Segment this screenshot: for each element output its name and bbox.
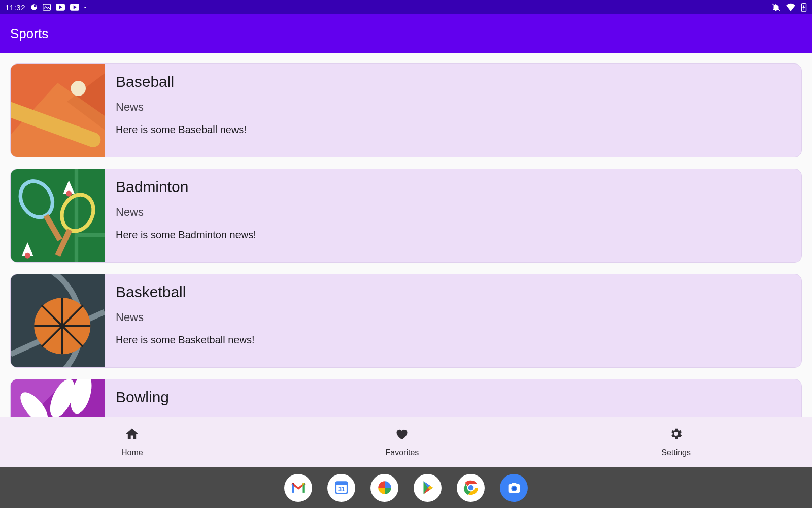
nav-label: Favorites [386, 448, 419, 457]
battery-charging-icon [801, 3, 807, 12]
card-subtitle: News [116, 101, 247, 114]
system-dock: 31 [0, 467, 812, 508]
youtube-icon [70, 4, 79, 11]
nav-settings[interactable]: Settings [661, 427, 691, 457]
nav-home[interactable]: Home [121, 427, 143, 457]
home-icon [125, 427, 139, 443]
card-subtitle: News [116, 206, 256, 219]
nav-favorites[interactable]: Favorites [386, 427, 419, 457]
card-body: Badminton News Here is some Badminton ne… [105, 169, 267, 262]
svg-point-53 [512, 487, 516, 490]
svg-point-13 [71, 81, 86, 96]
status-bar: 11:32 • [0, 0, 812, 14]
nav-label: Settings [661, 448, 691, 457]
card-body: Baseball News Here is some Baseball news… [105, 64, 258, 157]
bottom-nav: Home Favorites Settings [0, 417, 812, 467]
svg-rect-41 [335, 482, 347, 485]
badminton-image [11, 169, 105, 263]
dock-play-store[interactable] [414, 474, 442, 502]
card-title: Badminton [116, 178, 256, 196]
card-title: Baseball [116, 73, 247, 90]
gear-icon [669, 427, 683, 443]
status-left: 11:32 • [5, 3, 86, 12]
status-right [771, 3, 807, 12]
svg-point-24 [66, 191, 72, 197]
card-body: Basketball News Here is some Basketball … [105, 274, 265, 367]
dock-gmail[interactable] [284, 474, 312, 502]
card-text: Here is some Badminton news! [116, 229, 256, 241]
dock-calendar[interactable]: 31 [327, 474, 355, 502]
svg-rect-51 [512, 483, 516, 485]
youtube-icon [56, 4, 65, 11]
nav-label: Home [121, 448, 143, 457]
svg-point-22 [25, 253, 30, 259]
svg-marker-8 [802, 5, 805, 10]
svg-text:31: 31 [337, 485, 345, 493]
card-title: Basketball [116, 283, 254, 301]
wifi-icon [786, 3, 796, 11]
app-bar: Sports [0, 14, 812, 53]
card-text: Here is some Basketball news! [116, 334, 254, 346]
baseball-image [11, 64, 105, 157]
card-subtitle: News [116, 311, 254, 324]
dock-camera[interactable] [500, 474, 528, 502]
screenshot-icon [43, 4, 51, 11]
card-text: Here is some Baseball news! [116, 124, 247, 136]
dot-icon: • [84, 5, 86, 10]
status-clock: 11:32 [5, 3, 25, 12]
sport-card-badminton[interactable]: Badminton News Here is some Badminton ne… [10, 169, 802, 263]
card-title: Bowling [116, 389, 243, 406]
svg-rect-7 [803, 3, 805, 4]
devmode-icon [30, 4, 38, 11]
app-title: Sports [10, 26, 48, 42]
heart-icon [395, 427, 409, 443]
sport-card-basketball[interactable]: Basketball News Here is some Basketball … [10, 274, 802, 368]
dock-chrome[interactable] [457, 474, 485, 502]
sport-card-baseball[interactable]: Baseball News Here is some Baseball news… [10, 64, 802, 157]
dock-photos[interactable] [370, 474, 398, 502]
dnd-off-icon [771, 3, 781, 12]
basketball-image [11, 274, 105, 368]
